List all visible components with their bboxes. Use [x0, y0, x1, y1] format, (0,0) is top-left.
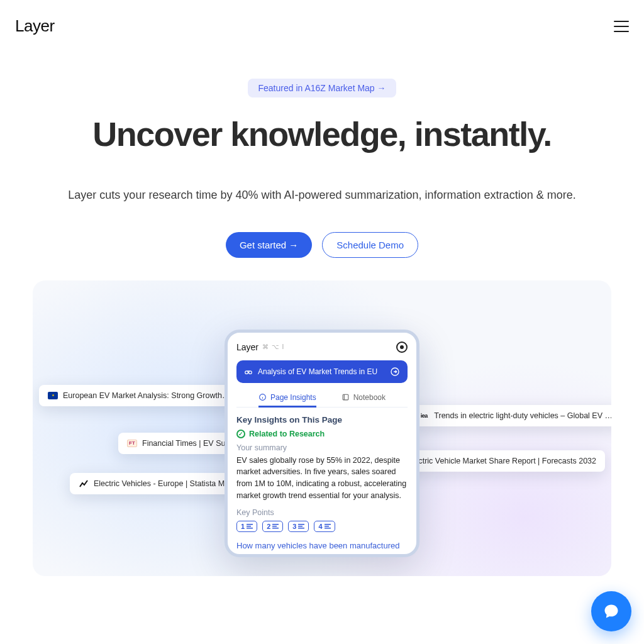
- section-title: Key Insights on This Page: [236, 408, 408, 430]
- chip-label: …ectric Vehicle Market Share Report | Fo…: [406, 457, 596, 465]
- svg-point-1: [249, 371, 252, 374]
- avatar-icon[interactable]: [396, 341, 408, 353]
- eu-flag-icon: ⋆: [48, 392, 58, 399]
- statista-icon: [79, 480, 89, 487]
- get-started-button[interactable]: Get started →: [226, 232, 312, 258]
- product-preview-card: Layer ⌘ ⌥ I Analysis of EV Market Trends…: [225, 330, 419, 557]
- info-icon: [258, 393, 267, 401]
- keypoint-chip[interactable]: 3: [288, 521, 309, 532]
- send-icon[interactable]: [390, 367, 400, 377]
- hero-showcase: ⋆ European EV Market Analysis: Strong Gr…: [33, 280, 611, 576]
- featured-pill[interactable]: Featured in A16Z Market Map →: [248, 79, 396, 97]
- chip-label: European EV Market Analysis: Strong Grow…: [63, 391, 230, 400]
- keypoints-label: Key Points: [236, 508, 408, 517]
- ft-icon: FT: [127, 440, 137, 447]
- tab-notebook[interactable]: Notebook: [341, 393, 386, 402]
- search-bar[interactable]: Analysis of EV Market Trends in EU: [236, 360, 408, 383]
- notebook-icon: [341, 393, 350, 401]
- summary-label: Your summary: [236, 443, 408, 452]
- summary-text: EV sales globally rose by 55% in 2022, d…: [236, 455, 408, 502]
- keypoint-chip[interactable]: 4: [314, 521, 335, 532]
- product-logo: Layer ⌘ ⌥ I: [236, 342, 284, 352]
- svg-point-0: [245, 371, 248, 374]
- suggested-question[interactable]: How many vehicles have been manufactured: [236, 541, 408, 554]
- menu-icon[interactable]: [614, 21, 629, 32]
- schedule-demo-button[interactable]: Schedule Demo: [322, 232, 418, 258]
- svg-rect-4: [343, 394, 348, 400]
- related-badge: ✓ Related to Research: [236, 430, 408, 438]
- floating-chip: …ectric Vehicle Market Share Report | Fo…: [397, 450, 605, 472]
- chat-fab[interactable]: [591, 591, 631, 631]
- tab-page-insights[interactable]: Page Insights: [258, 393, 316, 408]
- hero-headline: Uncover knowledge, instantly.: [0, 116, 644, 152]
- iea-icon: iea: [419, 412, 429, 419]
- floating-chip: ⋆ European EV Market Analysis: Strong Gr…: [39, 385, 238, 406]
- hero-subhead: Layer cuts your research time by 40% wit…: [0, 189, 644, 202]
- keypoint-chip[interactable]: 1: [236, 521, 257, 532]
- keypoint-chip[interactable]: 2: [262, 521, 283, 532]
- keypoints-row: 1 2 3 4: [236, 521, 408, 532]
- keyboard-shortcut: ⌘ ⌥ I: [262, 343, 284, 350]
- brand-logo[interactable]: Layer: [15, 16, 55, 36]
- binoculars-icon: [244, 367, 253, 376]
- check-icon: ✓: [236, 430, 245, 438]
- chat-icon: [602, 602, 620, 620]
- search-text: Analysis of EV Market Trends in EU: [258, 367, 377, 376]
- floating-chip: iea Trends in electric light-duty vehicl…: [410, 405, 611, 426]
- chip-label: Trends in electric light-duty vehicles –…: [434, 411, 611, 420]
